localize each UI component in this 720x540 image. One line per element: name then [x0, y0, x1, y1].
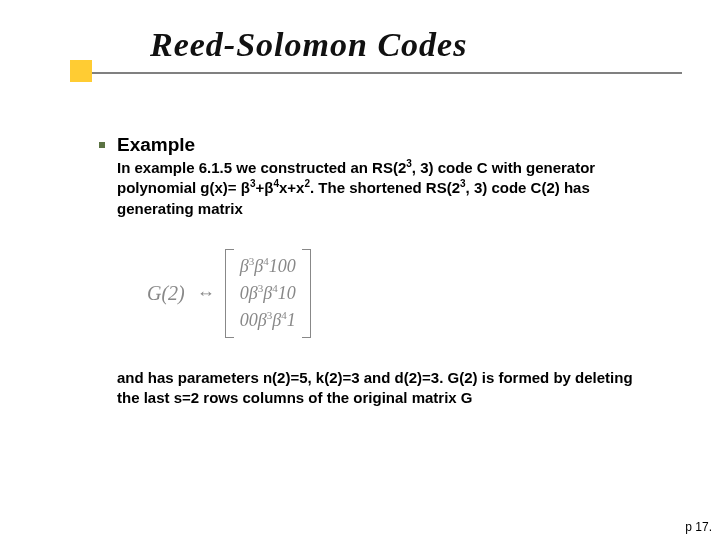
matrix: β3β4100 0β3β410 00β3β41 [225, 249, 311, 338]
bullet-icon [99, 142, 105, 148]
r3-b1: β [258, 310, 267, 330]
p1-seg1: In example 6.1.5 we constructed an RS(2 [117, 159, 406, 176]
title-area: Reed-Solomon Codes [0, 0, 720, 64]
r2-b1: β [249, 283, 258, 303]
p1-seg5: . The shortened RS(2 [310, 179, 460, 196]
slide: Reed-Solomon Codes Example In example 6.… [0, 0, 720, 540]
r2-rest: 10 [278, 283, 296, 303]
matrix-label: G(2) [147, 282, 185, 305]
r1-b2: β [254, 256, 263, 276]
page-number: p 17. [685, 520, 712, 534]
r1-b1: β [240, 256, 249, 276]
matrix-row-3: 00β3β41 [240, 307, 296, 334]
p1-seg4: x+x [279, 179, 304, 196]
matrix-rows: β3β4100 0β3β410 00β3β41 [234, 249, 302, 338]
r3-rest: 1 [287, 310, 296, 330]
r3-pre: 00 [240, 310, 258, 330]
bracket-left-icon [225, 249, 234, 338]
arrow-icon: ↔ [197, 283, 215, 304]
r1-rest: 100 [269, 256, 296, 276]
body: Example In example 6.1.5 we constructed … [117, 134, 657, 408]
accent-square [70, 60, 92, 82]
r3-b2: β [272, 310, 281, 330]
title-underline [92, 72, 682, 74]
paragraph-1: In example 6.1.5 we constructed an RS(23… [117, 158, 657, 219]
matrix-block: G(2) ↔ β3β4100 0β3β410 00β3β41 [147, 249, 657, 338]
p1-seg3: +β [255, 179, 273, 196]
paragraph-2: and has parameters n(2)=5, k(2)=3 and d(… [117, 368, 657, 409]
matrix-row-1: β3β4100 [240, 253, 296, 280]
r2-b2: β [263, 283, 272, 303]
r2-pre: 0 [240, 283, 249, 303]
slide-title: Reed-Solomon Codes [150, 26, 720, 64]
example-heading: Example [117, 134, 657, 156]
matrix-row-2: 0β3β410 [240, 280, 296, 307]
bracket-right-icon [302, 249, 311, 338]
